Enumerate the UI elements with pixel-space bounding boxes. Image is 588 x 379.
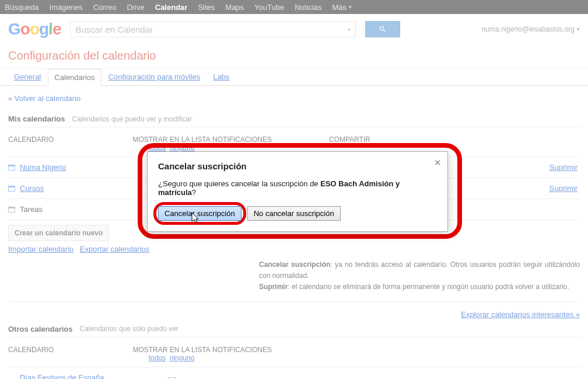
gbar-item[interactable]: Sites: [198, 3, 215, 12]
gbar-item[interactable]: Imágenes: [50, 3, 83, 12]
search-wrap: Buscar en Calendar ▾: [70, 21, 400, 37]
explore-calendars-link[interactable]: Explorar calendarios interesantes »: [461, 310, 580, 319]
google-bar[interactable]: Búsqueda Imágenes Correo Drive Calendar …: [0, 0, 588, 14]
my-calendars-subtitle: Calendarios que puedo ver y modificar: [72, 115, 192, 123]
my-calendars-title: Mis calendarios: [8, 114, 65, 123]
col-notifications: NOTIFICACIONES: [212, 346, 329, 354]
calendar-icon: [8, 165, 15, 171]
google-logo[interactable]: Google: [8, 20, 61, 39]
dialog-message: ¿Seguro que quieres cancelar la suscripc…: [158, 179, 437, 197]
chevron-down-icon: ▾: [577, 26, 580, 32]
gbar-item[interactable]: Maps: [225, 3, 244, 12]
create-calendar-button[interactable]: Crear un calendario nuevo: [8, 225, 109, 241]
gbar-item-more[interactable]: Más: [332, 3, 346, 12]
show-none-link[interactable]: ninguno: [170, 144, 195, 152]
tab-mobile[interactable]: Configuración para móviles: [103, 69, 206, 85]
calendar-name-link[interactable]: Cursos: [20, 184, 44, 193]
search-button[interactable]: [365, 21, 400, 37]
settings-tabs: General Calendarios Configuración para m…: [0, 69, 588, 86]
note-delete-label: Suprimir: [259, 283, 288, 291]
notes: Cancelar suscripción: ya no tendrás acce…: [8, 259, 580, 293]
calendar-name-link[interactable]: Días Festivos de España: [20, 373, 104, 379]
calendar-icon: [8, 186, 15, 192]
col-calendar: CALENDARIO: [8, 135, 131, 144]
show-all-link[interactable]: todos: [149, 144, 166, 152]
highlight-ring-button: Cancelar suscripción: [153, 202, 246, 225]
header: Google Buscar en Calendar ▾ numa.nigerio…: [0, 14, 588, 47]
import-calendar-link[interactable]: Importar calendario: [8, 245, 74, 253]
note-cancel-label: Cancelar suscripción: [259, 260, 330, 269]
delete-link[interactable]: Suprimir: [550, 184, 578, 193]
note-delete-text: : el calendario se eliminará de forma pe…: [288, 283, 569, 291]
gbar-item[interactable]: Correo: [93, 3, 117, 12]
other-calendars-header: Otros calendarios Calendarios que sólo p…: [8, 321, 580, 338]
cancel-unsubscribe-button[interactable]: No cancelar suscripción: [247, 206, 341, 221]
chevron-down-icon: ▾: [349, 4, 352, 10]
user-email: numa.nigerio@iesabastos.org: [481, 25, 575, 33]
other-calendars-subtitle: Calendarios que sólo puedo ver: [80, 325, 178, 333]
tab-labs[interactable]: Labs: [207, 69, 235, 85]
tab-general[interactable]: General: [8, 69, 47, 85]
my-calendars-header: Mis calendarios Calendarios que puedo ve…: [8, 111, 580, 127]
calendar-name-link[interactable]: Numa Nigerio: [20, 163, 66, 172]
col-calendar: CALENDARIO: [8, 346, 131, 354]
user-menu[interactable]: numa.nigerio@iesabastos.org ▾: [481, 25, 580, 33]
gbar-item[interactable]: YouTube: [254, 3, 284, 12]
calendar-icon: [8, 207, 15, 213]
delete-link[interactable]: Suprimir: [550, 163, 578, 172]
dialog-msg-post: ?: [192, 188, 196, 197]
calendar-name: Tareas: [20, 205, 43, 214]
show-none-link[interactable]: ninguno: [170, 354, 195, 362]
search-icon: [379, 25, 387, 33]
dialog-buttons: Cancelar suscripción No cancelar suscrip…: [158, 206, 437, 221]
col-show: MOSTRAR EN LA LISTA: [131, 135, 212, 144]
table-row: Días Festivos de España Días Festivos de…: [8, 367, 580, 379]
chevron-down-icon[interactable]: ▾: [348, 26, 351, 33]
column-headers-other: CALENDARIO MOSTRAR EN LA LISTA todos nin…: [8, 338, 580, 367]
dialog-title: Cancelar suscripción: [158, 161, 437, 171]
dialog-msg-pre: ¿Seguro que quieres cancelar la suscripc…: [158, 179, 320, 188]
export-calendars-link[interactable]: Exportar calendarios: [80, 245, 149, 253]
show-checkbox[interactable]: [168, 377, 176, 379]
col-notifications: NOTIFICACIONES: [212, 135, 329, 144]
search-placeholder: Buscar en Calendar: [75, 25, 153, 34]
content: « Volver al calendario Mis calendarios C…: [0, 86, 588, 379]
close-icon[interactable]: ✕: [434, 158, 442, 168]
col-show: MOSTRAR EN LA LISTA: [131, 346, 212, 354]
show-all-link[interactable]: todos: [149, 354, 166, 362]
back-link[interactable]: « Volver al calendario: [8, 92, 80, 111]
gbar-item[interactable]: Búsqueda: [5, 3, 39, 12]
tab-calendars[interactable]: Calendarios: [48, 69, 101, 86]
gbar-item[interactable]: Noticias: [295, 3, 321, 12]
confirm-unsubscribe-button[interactable]: Cancelar suscripción: [158, 206, 242, 221]
unsubscribe-dialog: ✕ Cancelar suscripción ¿Seguro que quier…: [147, 151, 448, 232]
other-calendars-title: Otros calendarios: [8, 325, 73, 333]
gbar-item-active[interactable]: Calendar: [155, 3, 188, 12]
other-calendars-table: Días Festivos de España Días Festivos de…: [8, 367, 580, 379]
col-share: COMPARTIR: [329, 135, 452, 144]
search-input[interactable]: Buscar en Calendar ▾: [70, 21, 356, 37]
gbar-item[interactable]: Drive: [127, 3, 144, 12]
page-title: Configuración del calendario: [0, 47, 588, 69]
